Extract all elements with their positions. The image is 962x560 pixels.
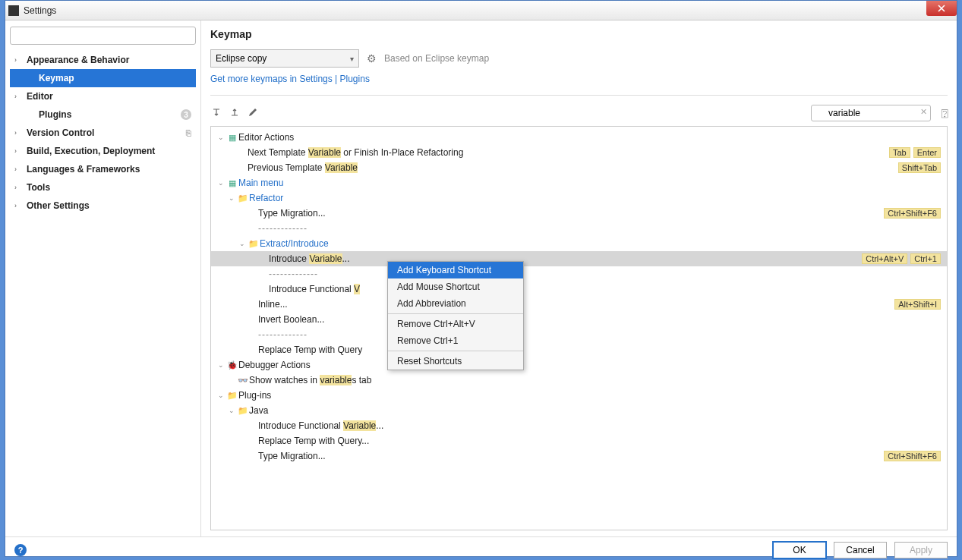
- tree-label: Extract/Introduce: [260, 238, 329, 249]
- separator[interactable]: -------------: [211, 327, 947, 342]
- keymap-tree[interactable]: ⌄▦Editor ActionsNext Template Variable o…: [210, 126, 948, 530]
- shortcut-tags: Ctrl+Shift+F6: [884, 208, 942, 219]
- sidebar-item-build-execution-deployment[interactable]: ›Build, Execution, Deployment: [10, 142, 196, 160]
- sidebar-search-input[interactable]: [10, 27, 196, 45]
- tree-label: Java: [249, 405, 268, 416]
- sidebar-item-label: Build, Execution, Deployment: [27, 146, 155, 156]
- action-type-migration[interactable]: Type Migration...Ctrl+Shift+F6: [211, 206, 947, 221]
- action-search-wrapper: ✕: [811, 105, 931, 121]
- help-icon[interactable]: ?: [14, 544, 27, 556]
- divider: [210, 95, 948, 96]
- node-editor-actions[interactable]: ⌄▦Editor Actions: [211, 130, 947, 145]
- sidebar-item-other-settings[interactable]: ›Other Settings: [10, 197, 196, 215]
- sidebar-item-editor[interactable]: ›Editor: [10, 87, 196, 105]
- action-search-input[interactable]: [811, 105, 931, 121]
- tree-label: Editor Actions: [238, 132, 294, 143]
- tree-label: Replace Temp with Query...: [258, 436, 369, 446]
- chevron-right-icon: ›: [14, 93, 24, 100]
- tree-label: Next Template Variable or Finish In-Plac…: [248, 147, 463, 158]
- edit-icon[interactable]: [247, 108, 259, 119]
- chevron-down-icon[interactable]: ⌄: [226, 194, 237, 202]
- update-badge: 3: [181, 109, 191, 120]
- tree-label: Type Migration...: [258, 208, 326, 219]
- sidebar-item-plugins[interactable]: Plugins3: [10, 105, 196, 124]
- node-main-menu[interactable]: ⌄▦Main menu: [211, 175, 947, 190]
- context-item-remove-ctrl-1[interactable]: Remove Ctrl+1: [388, 332, 523, 349]
- action-introduce-functional-variable[interactable]: Introduce Functional V: [211, 282, 947, 297]
- action-inline[interactable]: Inline...Alt+Shift+I: [211, 297, 947, 312]
- window-buttons: [926, 1, 957, 16]
- shortcut-tags: Ctrl+Shift+F6: [884, 451, 942, 461]
- tree-label: Main menu: [238, 178, 283, 188]
- gear-icon[interactable]: ⚙: [367, 52, 377, 64]
- clear-search-icon[interactable]: ✕: [920, 107, 927, 117]
- separator[interactable]: -------------: [211, 221, 947, 236]
- sidebar-item-tools[interactable]: ›Tools: [10, 178, 196, 197]
- sidebar-item-languages-frameworks[interactable]: ›Languages & Frameworks: [10, 160, 196, 178]
- action-invert-boolean[interactable]: Invert Boolean...: [211, 312, 947, 327]
- chevron-down-icon[interactable]: ⌄: [216, 179, 226, 187]
- action-replace-temp[interactable]: Replace Temp with Query: [211, 342, 947, 357]
- settings-sidebar: ›Appearance & BehaviorKeymap›EditorPlugi…: [5, 20, 201, 536]
- dialog-footer: ? OK Cancel Apply: [5, 536, 957, 560]
- sidebar-item-version-control[interactable]: ›Version Control⎘: [10, 124, 196, 142]
- action-java-replace-temp[interactable]: Replace Temp with Query...: [211, 433, 947, 448]
- find-shortcut-icon[interactable]: ⍰: [941, 107, 948, 119]
- sidebar-item-keymap[interactable]: Keymap: [10, 69, 196, 87]
- context-menu[interactable]: Add Keyboard ShortcutAdd Mouse ShortcutA…: [387, 261, 524, 370]
- action-java-introduce-functional-variable[interactable]: Introduce Functional Variable...: [211, 418, 947, 433]
- tree-label: Type Migration...: [258, 451, 326, 461]
- chevron-right-icon: ›: [14, 202, 24, 209]
- action-prev-template-variable[interactable]: Previous Template VariableShift+Tab: [211, 160, 947, 175]
- chevron-down-icon[interactable]: ⌄: [216, 134, 226, 141]
- page-title: Keymap: [210, 28, 948, 40]
- context-item-add-abbreviation[interactable]: Add Abbreviation: [388, 295, 523, 312]
- action-next-template-variable[interactable]: Next Template Variable or Finish In-Plac…: [211, 145, 947, 160]
- sidebar-item-label: Version Control: [27, 127, 94, 138]
- folder-icon: 📁: [226, 390, 238, 401]
- node-refactor[interactable]: ⌄📁Refactor: [211, 190, 947, 206]
- sidebar-item-label: Languages & Frameworks: [27, 164, 140, 175]
- tree-label: Debugger Actions: [238, 360, 311, 370]
- action-introduce-variable[interactable]: Introduce Variable...Ctrl+Alt+VCtrl+1: [211, 251, 947, 266]
- context-item-add-mouse-shortcut[interactable]: Add Mouse Shortcut: [388, 278, 523, 295]
- chevron-down-icon[interactable]: ⌄: [216, 361, 226, 369]
- context-item-add-keyboard-shortcut[interactable]: Add Keyboard Shortcut: [388, 262, 523, 278]
- chevron-down-icon[interactable]: ⌄: [216, 392, 226, 399]
- chevron-down-icon[interactable]: ⌄: [226, 407, 237, 414]
- keymap-select[interactable]: Eclipse copy: [210, 49, 359, 68]
- tree-label: Introduce Variable...: [269, 253, 350, 264]
- window-title: Settings: [24, 5, 56, 16]
- context-item-reset-shortcuts[interactable]: Reset Shortcuts: [388, 353, 523, 370]
- collapse-all-icon[interactable]: [229, 107, 241, 120]
- chevron-down-icon[interactable]: ⌄: [237, 240, 248, 247]
- sidebar-item-appearance-behavior[interactable]: ›Appearance & Behavior: [10, 51, 196, 69]
- shortcut-tags: Ctrl+Alt+VCtrl+1: [862, 253, 942, 264]
- node-debugger-actions[interactable]: ⌄🐞Debugger Actions: [211, 357, 947, 373]
- based-on-label: Based on Eclipse keymap: [384, 53, 489, 64]
- keymap-select-value: Eclipse copy: [216, 53, 267, 64]
- action-show-watches[interactable]: 👓Show watches in variables tab: [211, 373, 947, 388]
- node-plugins[interactable]: ⌄📁Plug-ins: [211, 388, 947, 403]
- tree-label: -------------: [258, 329, 308, 340]
- apply-button[interactable]: Apply: [894, 542, 948, 558]
- action-java-type-migration[interactable]: Type Migration...Ctrl+Shift+F6: [211, 448, 947, 464]
- node-extract-introduce[interactable]: ⌄📁Extract/Introduce: [211, 236, 947, 251]
- node-java[interactable]: ⌄📁Java: [211, 403, 947, 418]
- chevron-right-icon: ›: [14, 147, 24, 155]
- cancel-button[interactable]: Cancel: [834, 542, 887, 558]
- tree-label: Plug-ins: [238, 390, 271, 401]
- tree-label: Refactor: [249, 193, 283, 203]
- expand-all-icon[interactable]: [210, 107, 222, 120]
- ok-button[interactable]: OK: [773, 542, 826, 558]
- context-item-remove-ctrl-alt-v[interactable]: Remove Ctrl+Alt+V: [388, 316, 523, 332]
- close-button[interactable]: [926, 1, 957, 16]
- chevron-right-icon: ›: [14, 184, 24, 191]
- sidebar-item-label: Keymap: [39, 73, 74, 83]
- sidebar-item-label: Tools: [27, 182, 50, 193]
- tree-label: Introduce Functional V: [269, 284, 360, 294]
- separator[interactable]: -------------: [211, 266, 947, 282]
- folder-icon: 📁: [237, 193, 249, 203]
- chevron-right-icon: ›: [14, 56, 24, 64]
- get-keymaps-link[interactable]: Get more keymaps in Settings | Plugins: [210, 74, 370, 84]
